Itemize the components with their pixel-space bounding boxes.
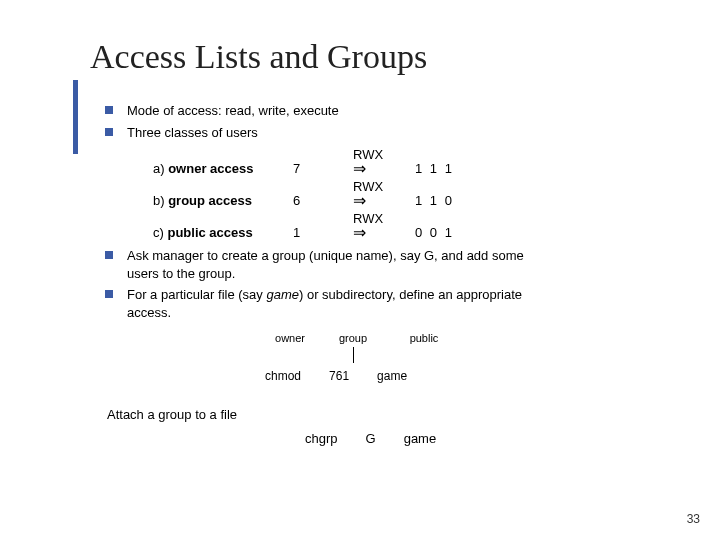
perm-row-public: c) public access 1 RWX⇒ 0 0 1 [153,209,695,241]
slide: Access Lists and Groups Mode of access: … [0,0,720,540]
chmod-value: 761 [329,368,349,384]
bullet-2: Three classes of users [105,124,695,142]
bullet-icon [105,128,113,136]
arrow-icon: ⇒ [353,161,415,177]
bullet-2-text: Three classes of users [127,124,695,142]
perm-public-label-b: public access [167,225,252,240]
slide-title: Access Lists and Groups [90,38,427,76]
perm-group-label-b: group access [168,193,252,208]
bullet-icon [105,251,113,259]
perm-owner-label-b: owner access [168,161,253,176]
title-accent-bar [73,80,78,154]
perm-row-group: b) group access 6 RWX⇒ 1 1 0 [153,177,695,209]
perm-public-num: 1 [293,224,353,242]
chmod-cmd: chmod [265,368,301,384]
bullet-3: Ask manager to create a group (unique na… [105,247,695,282]
bullet-3-text: Ask manager to create a group (unique na… [127,247,695,282]
slide-body: Mode of access: read, write, execute Thr… [105,102,695,447]
perm-owner-bits: 1 1 1 [415,160,485,178]
perm-public-label-a: c) [153,225,167,240]
permission-table: a) owner access 7 RWX⇒ 1 1 1 b) group ac… [153,145,695,241]
bullet-1-text: Mode of access: read, write, execute [127,102,695,120]
bullet-icon [105,106,113,114]
chgrp-command: chgrp G game [305,430,695,448]
chmod-command: chmod 761 game [265,368,695,384]
chmod-file: game [377,368,407,384]
bullet-4-text: For a particular file (say game) or subd… [127,286,695,321]
bullet-icon [105,290,113,298]
perm-owner-label-a: a) [153,161,168,176]
label-group: group [325,331,381,346]
chmod-labels: owner group public [255,331,695,346]
bullet-4: For a particular file (say game) or subd… [105,286,695,321]
chgrp-group: G [366,430,376,448]
perm-group-bits: 1 1 0 [415,192,485,210]
arrow-icon: ⇒ [353,225,415,241]
perm-row-owner: a) owner access 7 RWX⇒ 1 1 1 [153,145,695,177]
perm-owner-num: 7 [293,160,353,178]
perm-group-num: 6 [293,192,353,210]
page-number: 33 [687,512,700,526]
chgrp-cmd: chgrp [305,430,338,448]
perm-public-bits: 0 0 1 [415,224,485,242]
perm-group-label-a: b) [153,193,168,208]
label-public: public [389,331,459,346]
bullet-1: Mode of access: read, write, execute [105,102,695,120]
label-owner: owner [255,331,325,346]
arrow-icon: ⇒ [353,193,415,209]
attach-label: Attach a group to a file [107,406,695,424]
chgrp-file: game [404,430,437,448]
